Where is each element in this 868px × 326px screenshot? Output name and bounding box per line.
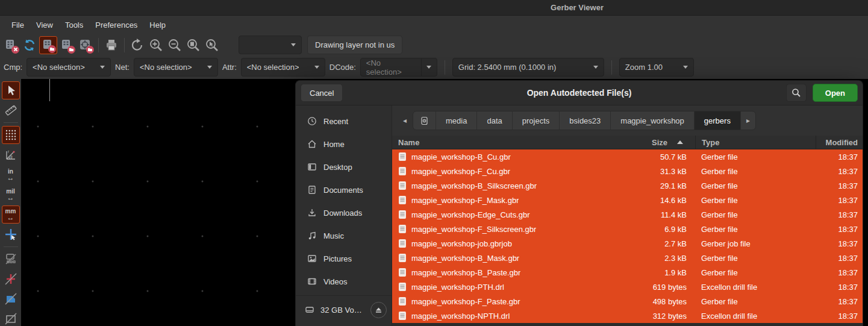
sidebar-item-recent[interactable]: Recent [298,110,389,133]
grid-visibility-button[interactable] [2,126,20,144]
sidebar-item-home[interactable]: Home [298,133,389,155]
window-title: Gerber Viewer [551,3,604,12]
open-gerber-file-button[interactable] [39,36,57,54]
house-icon [307,139,317,149]
polar-coordinates-button[interactable]: θ r [2,146,20,164]
double-arrow-icon: ↔ [7,215,14,221]
zoom-out-icon [167,37,183,53]
sidebar-item-label: Downloads [323,208,362,218]
select-tool-button[interactable] [2,81,20,99]
breadcrumb-volume-button[interactable] [413,111,436,130]
units-inches-button[interactable]: in ↔ [2,166,20,184]
sidebar-item-downloads[interactable]: Downloads [298,201,389,224]
sidebar-item-volume[interactable]: 32 GB Vo… [296,298,392,321]
open-button[interactable]: Open [813,84,858,102]
menu-tools[interactable]: Tools [59,18,89,32]
path-scroll-left-button[interactable]: ◂ [398,111,411,130]
dcode-select[interactable]: <No selection> [360,58,437,77]
menu-preferences[interactable]: Preferences [89,18,143,32]
file-size: 11.4 kB [648,207,695,222]
file-row[interactable]: magpie_workshop-job.gbrjob 2.7 kB Gerber… [392,236,863,251]
grid-select[interactable]: Grid: 2.5400 mm (0.1000 in) [452,58,604,77]
breadcrumb-gerbers[interactable]: gerbers [695,111,741,130]
dcode-arrow-segment[interactable] [421,58,437,76]
folder-badge-icon [48,45,56,53]
net-select[interactable]: <No selection> [134,58,218,77]
cmp-select[interactable]: <No selection> [27,58,111,77]
file-row[interactable]: magpie_workshop-NPTH.drl 312 bytes Excel… [392,309,863,323]
sidebar-item-desktop[interactable]: Desktop [298,155,389,178]
file-row[interactable]: magpie_workshop-Edge_Cuts.gbr 11.4 kB Ge… [392,207,863,222]
sidebar-item-music[interactable]: Music [298,224,389,247]
measure-tool-button[interactable] [2,101,20,119]
file-row[interactable]: magpie_workshop-F_Mask.gbr 14.6 kB Gerbe… [392,193,863,207]
flashed-items-slash-icon [4,272,17,286]
cancel-button[interactable]: Cancel [301,84,343,102]
file-modified: 18:37 [816,309,863,323]
breadcrumb-media[interactable]: media [436,111,477,130]
zoom-in-button[interactable] [147,36,165,54]
path-scroll-right-button[interactable]: ▸ [741,111,755,130]
layer-select[interactable] [239,36,302,54]
clock-icon [307,116,317,126]
breadcrumb-bsides23[interactable]: bsides23 [560,111,611,130]
column-header-name[interactable]: Name [392,136,648,149]
chevron-down-icon [291,43,296,46]
breadcrumb-projects[interactable]: projects [513,111,560,130]
print-button[interactable] [102,36,120,54]
hide-flashed-items-button[interactable] [2,270,20,288]
media-card-icon [420,116,429,125]
file-name: magpie_workshop-B_Cu.gbr [411,152,511,161]
menubar: File View Tools Preferences Help [0,16,868,34]
file-modified: 18:37 [816,222,863,236]
open-drill-file-button[interactable] [58,36,76,54]
column-header-type[interactable]: Type [695,136,816,149]
file-modified: 18:37 [816,207,863,222]
units-mils-button[interactable]: mil ↔ [2,186,20,204]
zoom-selection-button[interactable] [203,36,221,54]
sketch-lines-button[interactable] [2,310,20,326]
menu-file[interactable]: File [5,18,30,32]
redraw-view-button[interactable] [128,36,146,54]
eject-button[interactable] [370,302,387,318]
menu-help[interactable]: Help [143,18,172,32]
sidebar-item-videos[interactable]: Videos [298,270,389,293]
sidebar-item-pictures[interactable]: Pictures [298,247,389,270]
search-button[interactable] [786,84,807,102]
cursor-arrow-icon [5,84,17,96]
zoom-fit-button[interactable] [184,36,202,54]
sketch-polygons-button[interactable] [2,290,20,308]
file-row[interactable]: magpie_workshop-B_Silkscreen.gbr 29.1 kB… [392,178,863,193]
column-header-modified[interactable]: Modified [816,136,863,149]
attr-value: <No selection> [247,63,299,72]
file-row[interactable]: magpie_workshop-PTH.drl 619 bytes Excell… [392,280,863,294]
reload-layers-button[interactable] [20,36,39,54]
attr-select[interactable]: <No selection> [241,58,325,77]
left-toolbar: θ r in ↔ mil ↔ mm ↔ [0,79,21,326]
zoom-out-button[interactable] [166,36,184,54]
file-row[interactable]: magpie_workshop-F_Silkscreen.gbr 6.9 kB … [392,222,863,236]
file-row[interactable]: magpie_workshop-F_Paste.gbr 498 bytes Ge… [392,294,863,309]
file-type: Gerber file [695,207,816,222]
sidebar-item-documents[interactable]: Documents [298,178,389,201]
hide-layers-manager-button[interactable] [2,250,20,268]
grid-value: Grid: 2.5400 mm (0.1000 in) [458,63,557,72]
zoom-select[interactable]: Zoom 1.00 [619,58,694,77]
column-header-size[interactable]: Size [648,136,695,149]
breadcrumb-magpie-workshop[interactable]: magpie_workshop [611,111,695,130]
gerber-viewer-window: { "window": { "title": "Gerber Viewer" }… [0,0,868,326]
file-row[interactable]: magpie_workshop-F_Cu.gbr 31.3 kB Gerber … [392,164,863,178]
clear-layers-button[interactable] [2,36,20,54]
units-mm-button[interactable]: mm ↔ [2,205,20,224]
volume-label: 32 GB Vo… [320,306,362,315]
file-row[interactable]: magpie_workshop-B_Cu.gbr 50.7 kB Gerber … [392,149,863,164]
menu-view[interactable]: View [30,18,59,32]
dcode-value: <No selection> [361,58,416,77]
file-row[interactable]: magpie_workshop-B_Paste.gbr 1.9 kB Gerbe… [392,265,863,280]
file-name: magpie_workshop-F_Cu.gbr [411,167,510,176]
breadcrumb-data[interactable]: data [477,111,512,130]
file-row[interactable]: magpie_workshop-B_Mask.gbr 2.3 kB Gerber… [392,251,863,265]
chevron-down-icon [314,66,319,69]
crosshair-cursor-button[interactable] [2,225,20,243]
open-job-file-button[interactable] [76,36,95,54]
